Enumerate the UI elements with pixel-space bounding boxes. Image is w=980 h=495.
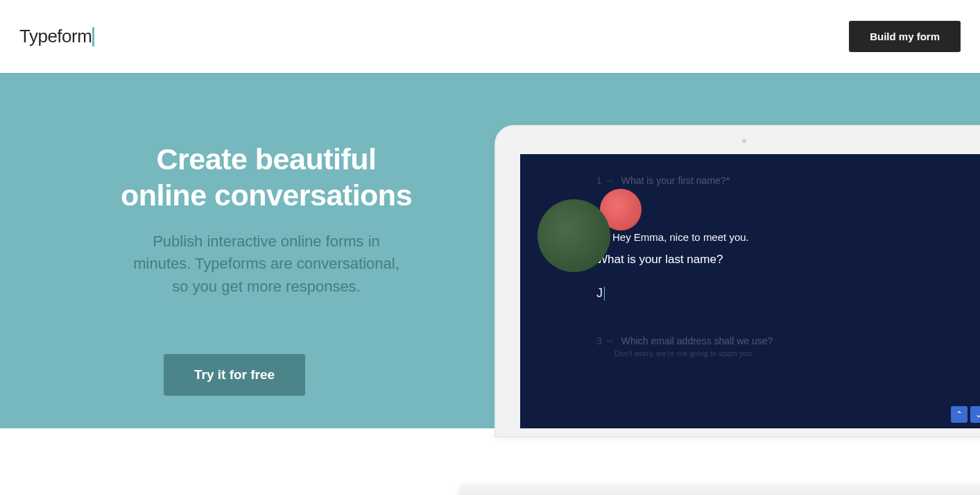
question-text: Which email address shall we use?	[621, 335, 773, 346]
form-question-previous: 1 → What is your first name?*	[596, 175, 916, 186]
question-text: What is your first name?*	[621, 175, 730, 186]
input-value: J	[596, 286, 603, 301]
logo-cursor-icon	[92, 27, 94, 47]
question-number: 1 →	[596, 175, 614, 186]
build-form-button[interactable]: Build my form	[849, 21, 961, 52]
hero-subtitle: Publish interactive online forms in minu…	[103, 230, 430, 299]
hero-title-line2: online conversations	[121, 178, 412, 212]
chevron-down-icon: ⌄	[975, 410, 980, 419]
form-main-question: What is your last name?	[596, 253, 916, 267]
greeting-text: Hey Emma, nice to meet you.	[612, 231, 749, 243]
laptop-frame: 1 → What is your first name?* → Hey Emma…	[495, 125, 980, 437]
nav-down-button[interactable]: ⌄	[970, 406, 980, 423]
form-question-next: 3 → Which email address shall we use? Do…	[596, 335, 916, 358]
form-nav-buttons: ⌃ ⌄	[951, 406, 980, 423]
form-question-active: → Hey Emma, nice to meet you. What is yo…	[596, 231, 916, 301]
logo-text: Typeform	[19, 26, 92, 47]
text-cursor-icon	[604, 287, 605, 301]
laptop-mockup: 1 → What is your first name?* → Hey Emma…	[495, 125, 980, 479]
hero-section: Create beautiful online conversations Pu…	[0, 73, 980, 428]
form-greeting: → Hey Emma, nice to meet you.	[596, 231, 916, 243]
hero-content: Create beautiful online conversations Pu…	[0, 141, 430, 396]
nav-up-button[interactable]: ⌃	[951, 406, 968, 423]
form-preview-content: 1 → What is your first name?* → Hey Emma…	[520, 154, 980, 428]
hero-title-line1: Create beautiful	[157, 142, 377, 176]
camera-icon	[742, 139, 746, 143]
chevron-up-icon: ⌃	[956, 410, 963, 419]
header: Typeform Build my form	[0, 0, 980, 73]
laptop-screen: 1 → What is your first name?* → Hey Emma…	[520, 154, 980, 428]
logo[interactable]: Typeform	[19, 26, 94, 47]
question-hint: Don't worry, we're not going to spam you…	[614, 349, 916, 358]
laptop-base	[460, 484, 980, 495]
form-input[interactable]: J	[596, 286, 916, 301]
question-number: 3 →	[596, 335, 614, 346]
hero-title: Create beautiful online conversations	[103, 141, 430, 214]
circle-icon	[538, 199, 610, 272]
try-free-button[interactable]: Try it for free	[164, 354, 305, 396]
